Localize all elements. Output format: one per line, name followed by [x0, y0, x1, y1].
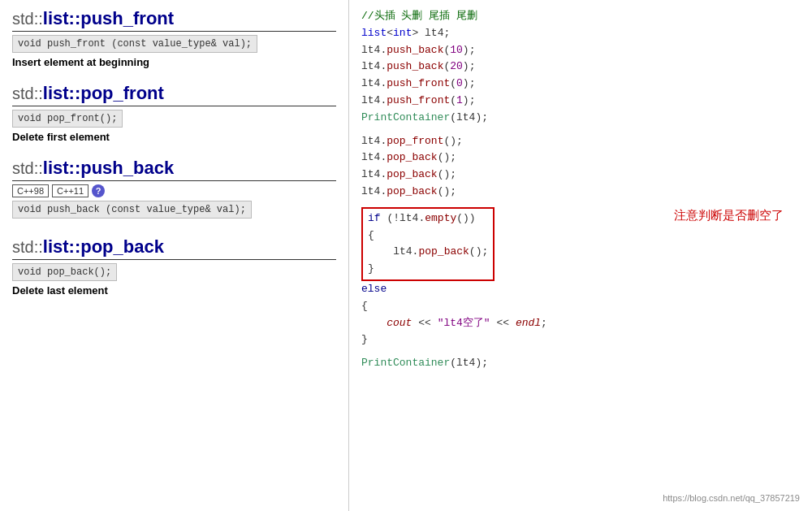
description-push-front: Insert element at beginning: [12, 56, 336, 68]
signature-push-front: void push_front (const value_type& val);: [12, 35, 257, 53]
badge-cpp11: C++11: [52, 184, 89, 197]
api-section-pop-back: std::list::pop_back void pop_back(); Del…: [12, 236, 336, 297]
signature-pop-front: void pop_front();: [12, 110, 123, 128]
description-pop-back: Delete last element: [12, 284, 336, 297]
api-section-pop-front: std::list::pop_front void pop_front(); D…: [12, 83, 336, 143]
namespace-label: std::: [12, 84, 43, 102]
left-panel: std::list::push_front void push_front (c…: [0, 0, 349, 511]
code-group1: list<int> lt4; lt4.push_back(10); lt4.pu…: [361, 25, 800, 127]
api-section-push-front: std::list::push_front void push_front (c…: [12, 8, 336, 68]
code-group2: lt4.pop_front(); lt4.pop_back(); lt4.pop…: [361, 133, 800, 201]
signature-push-back: void push_back (const value_type& val);: [12, 201, 252, 219]
help-icon[interactable]: ?: [92, 184, 105, 197]
api-section-push-back: std::list::push_back C++98 C++11 ? void …: [12, 158, 336, 222]
code-comment: //头插 头删 尾插 尾删: [361, 8, 800, 25]
code-group3: else { cout << "lt4空了" << endl; }: [361, 281, 800, 349]
api-title-pop-front: std::list::pop_front: [12, 83, 336, 104]
highlight-box: if (!lt4.empty()) { lt4.pop_back(); }: [361, 207, 495, 281]
namespace-label: std::: [12, 159, 43, 177]
highlight-wrapper: if (!lt4.empty()) { lt4.pop_back(); } 注意…: [361, 207, 800, 281]
highlighted-line-1: if (!lt4.empty()): [368, 210, 488, 227]
method-name-pop-front: list::pop_front: [43, 83, 164, 103]
note-text: 注意判断是否删空了: [674, 207, 784, 227]
version-badges: C++98 C++11 ?: [12, 184, 336, 197]
code-line: list<int> lt4;: [361, 25, 800, 42]
method-name-push-back: list::push_back: [43, 158, 174, 178]
highlighted-line-3: lt4.pop_back();: [368, 244, 488, 261]
last-code-line: PrintContainer(lt4);: [361, 355, 800, 372]
code-line: lt4.pop_back();: [361, 167, 800, 184]
code-block: //头插 头删 尾插 尾删 list<int> lt4; lt4.push_ba…: [361, 8, 800, 372]
highlighted-line-2: {: [368, 227, 488, 245]
namespace-label: std::: [12, 238, 43, 256]
watermark: https://blog.csdn.net/qq_37857219: [663, 493, 800, 503]
code-line: lt4.push_front(1);: [361, 93, 800, 110]
code-line: lt4.push_back(20);: [361, 58, 800, 76]
code-line: PrintContainer(lt4);: [361, 110, 800, 127]
namespace-label: std::: [12, 10, 43, 28]
badge-cpp98: C++98: [12, 184, 49, 197]
code-line: lt4.pop_front();: [361, 133, 800, 150]
method-name-push-front: list::push_front: [43, 8, 174, 28]
code-line: {: [361, 298, 800, 315]
method-name-pop-back: list::pop_back: [43, 236, 164, 257]
code-line: lt4.pop_back();: [361, 149, 800, 167]
signature-pop-back: void pop_back();: [12, 263, 117, 281]
code-line: lt4.pop_back();: [361, 184, 800, 201]
code-line: else: [361, 281, 800, 298]
description-pop-front: Delete first element: [12, 131, 336, 143]
api-title-push-back: std::list::push_back: [12, 158, 336, 179]
highlighted-line-4: }: [368, 261, 488, 278]
api-title-pop-back: std::list::pop_back: [12, 236, 336, 258]
right-panel: //头插 头删 尾插 尾删 list<int> lt4; lt4.push_ba…: [349, 0, 812, 511]
api-title-push-front: std::list::push_front: [12, 8, 336, 29]
code-line: }: [361, 331, 800, 349]
code-line: cout << "lt4空了" << endl;: [361, 315, 800, 332]
code-line: lt4.push_front(0);: [361, 76, 800, 93]
code-line: lt4.push_back(10);: [361, 42, 800, 59]
